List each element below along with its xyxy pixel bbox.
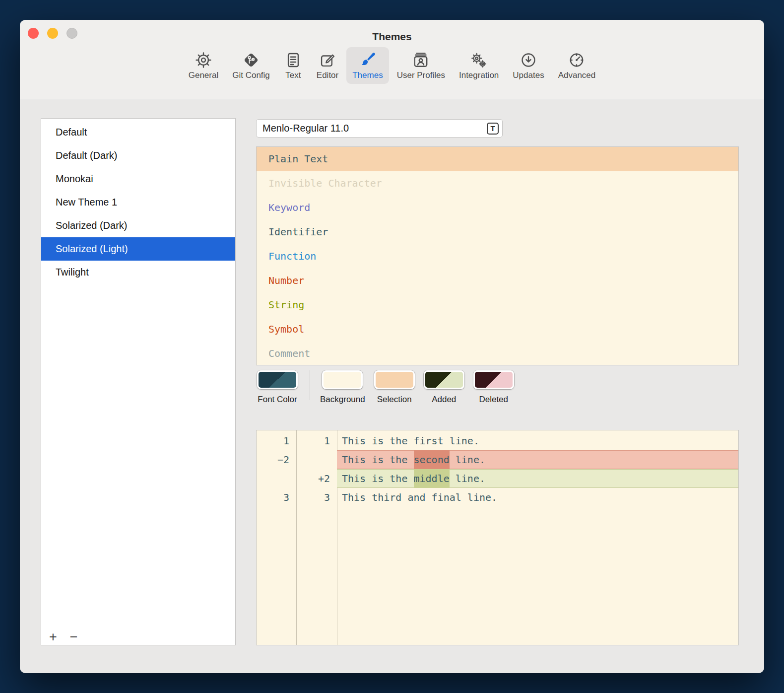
theme-list: DefaultDefault (Dark)MonokaiNew Theme 1S… xyxy=(41,118,236,645)
diff-line-text: This is the second line. xyxy=(337,450,738,469)
toolbar-item-label: User Profiles xyxy=(397,70,445,80)
theme-list-item-monokai[interactable]: Monokai xyxy=(41,167,235,191)
diff-old-line-number: 3 xyxy=(257,488,296,507)
remove-theme-button[interactable]: − xyxy=(67,630,81,644)
swatch-font-color[interactable]: Font Color xyxy=(257,370,298,405)
swatch-divider xyxy=(310,370,310,400)
toolbar-item-general[interactable]: General xyxy=(183,47,224,84)
diff-text-segment: line. xyxy=(450,473,485,485)
swatch-selection[interactable]: Selection xyxy=(374,370,415,405)
swatch-color-well xyxy=(424,370,464,389)
toolbar-item-label: Advanced xyxy=(558,70,596,80)
diff-word-highlight: middle xyxy=(414,469,450,488)
theme-list-item-label: Monokai xyxy=(56,173,93,184)
diff-line-text: This third and final line. xyxy=(337,488,738,507)
theme-list-footer: + − xyxy=(46,630,81,644)
preview-token-comment[interactable]: Comment xyxy=(257,342,738,365)
swatch-color-well xyxy=(257,370,298,389)
gears-icon xyxy=(470,51,488,69)
toolbar-item-themes[interactable]: Themes xyxy=(346,47,389,84)
text-document-icon xyxy=(284,51,302,69)
toolbar-item-label: Updates xyxy=(513,70,544,80)
preview-token-invisible-character[interactable]: Invisible Character xyxy=(257,171,738,196)
diff-line-text: This is the middle line. xyxy=(337,469,738,488)
preview-token-keyword[interactable]: Keyword xyxy=(257,196,738,220)
editor-pencil-icon xyxy=(319,51,336,69)
theme-list-item-label: Solarized (Dark) xyxy=(56,220,127,231)
diff-text-segment: This is the xyxy=(342,454,414,466)
toolbar-item-user-profiles[interactable]: User Profiles xyxy=(391,47,451,84)
swatch-label: Added xyxy=(432,395,456,405)
paintbrush-icon xyxy=(359,51,377,69)
toolbar-item-label: Text xyxy=(285,70,301,80)
theme-list-item-label: New Theme 1 xyxy=(56,197,117,208)
font-field[interactable]: Menlo-Regular 11.0 T xyxy=(256,119,503,138)
toolbar-item-label: Integration xyxy=(459,70,499,80)
diff-row: 33This third and final line. xyxy=(257,488,738,507)
diff-rows: 11This is the first line.−2This is the s… xyxy=(257,431,738,507)
toolbar-item-advanced[interactable]: Advanced xyxy=(552,47,602,84)
gear-icon xyxy=(195,51,212,69)
preview-token-identifier[interactable]: Identifier xyxy=(257,220,738,244)
theme-list-item-label: Twilight xyxy=(56,267,89,277)
preview-token-function[interactable]: Function xyxy=(257,244,738,269)
theme-list-item-default-dark[interactable]: Default (Dark) xyxy=(41,144,235,167)
toolbar-item-label: General xyxy=(189,70,218,80)
preview-token-symbol[interactable]: Symbol xyxy=(257,317,738,342)
toolbar-item-editor[interactable]: Editor xyxy=(311,47,344,84)
swatch-deleted[interactable]: Deleted xyxy=(473,370,514,405)
diff-row: −2This is the second line. xyxy=(257,450,738,469)
diff-preview: 11This is the first line.−2This is the s… xyxy=(256,430,739,645)
swatch-background[interactable]: Background xyxy=(320,370,365,405)
font-name-value: Menlo-Regular 11.0 xyxy=(262,123,349,134)
toolbar-item-label: Git Config xyxy=(232,70,270,80)
diff-old-line-number xyxy=(257,469,296,488)
git-branch-badge-icon xyxy=(242,51,260,69)
theme-list-item-label: Default xyxy=(56,127,87,138)
theme-list-item-solarized-dark[interactable]: Solarized (Dark) xyxy=(41,214,235,237)
diff-new-line-number xyxy=(296,450,337,469)
swatch-color-well xyxy=(374,370,415,389)
add-theme-button[interactable]: + xyxy=(46,630,60,644)
user-card-icon xyxy=(412,51,430,69)
advanced-dial-icon xyxy=(568,51,586,69)
diff-text-segment: This is the first line. xyxy=(342,435,479,447)
diff-old-line-number: −2 xyxy=(257,450,296,469)
swatch-color-well xyxy=(473,370,514,389)
swatch-label: Font Color xyxy=(258,395,297,405)
diff-text-segment: line. xyxy=(450,454,485,466)
diff-new-line-number: 3 xyxy=(296,488,337,507)
diff-new-line-number: 1 xyxy=(296,431,337,450)
titlebar: Themes GeneralGit ConfigTextEditorThemes… xyxy=(20,20,764,99)
font-picker-button[interactable]: T xyxy=(487,123,499,135)
swatch-color-well xyxy=(322,370,363,389)
theme-list-item-label: Solarized (Light) xyxy=(56,243,128,254)
theme-list-item-new-theme-1[interactable]: New Theme 1 xyxy=(41,191,235,214)
preferences-window: Themes GeneralGit ConfigTextEditorThemes… xyxy=(20,20,764,673)
color-swatch-row: Font ColorBackgroundSelectionAddedDelete… xyxy=(256,370,523,405)
toolbar-item-git-config[interactable]: Git Config xyxy=(226,47,276,84)
diff-text-segment: This is the xyxy=(342,473,414,485)
theme-list-item-solarized-light[interactable]: Solarized (Light) xyxy=(41,237,235,261)
preview-token-string[interactable]: String xyxy=(257,293,738,317)
download-circle-icon xyxy=(520,51,537,69)
toolbar-item-integration[interactable]: Integration xyxy=(453,47,505,84)
toolbar-item-text[interactable]: Text xyxy=(278,47,309,84)
toolbar-item-label: Themes xyxy=(352,70,383,80)
diff-new-line-number: +2 xyxy=(296,469,337,488)
swatch-label: Deleted xyxy=(479,395,508,405)
swatch-label: Selection xyxy=(377,395,412,405)
preview-token-number[interactable]: Number xyxy=(257,269,738,293)
content-area: DefaultDefault (Dark)MonokaiNew Theme 1S… xyxy=(20,100,764,673)
theme-list-item-label: Default (Dark) xyxy=(56,150,117,161)
preferences-toolbar: GeneralGit ConfigTextEditorThemesUser Pr… xyxy=(20,47,764,84)
diff-row: +2This is the middle line. xyxy=(257,469,738,488)
theme-list-item-default[interactable]: Default xyxy=(41,121,235,144)
diff-text-segment: This third and final line. xyxy=(342,491,497,503)
swatch-added[interactable]: Added xyxy=(424,370,464,405)
preview-token-plain-text[interactable]: Plain Text xyxy=(257,147,738,171)
diff-old-line-number: 1 xyxy=(257,431,296,450)
toolbar-item-updates[interactable]: Updates xyxy=(507,47,550,84)
theme-list-items: DefaultDefault (Dark)MonokaiNew Theme 1S… xyxy=(41,119,235,284)
theme-list-item-twilight[interactable]: Twilight xyxy=(41,261,235,284)
